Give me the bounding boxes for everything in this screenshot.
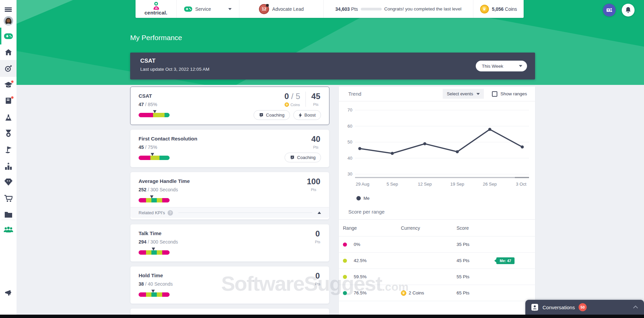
kpi-header-bar: CSAT Last update Oct 3, 2022 12:05 AM Th… (130, 53, 535, 80)
sidebar-item-leaderboard[interactable] (0, 159, 17, 173)
service-selector[interactable]: Service (177, 0, 239, 18)
range-color-dot (343, 259, 347, 263)
megaphone-icon (4, 290, 12, 296)
period-selector[interactable]: This Week (476, 61, 527, 71)
coaching-button[interactable]: Coaching (254, 110, 290, 120)
level-badge: 12 (259, 4, 269, 14)
trend-title: Trend (348, 91, 361, 97)
sidebar-item-challenges[interactable] (0, 111, 17, 124)
kpi-header-title: CSAT (140, 58, 528, 64)
svg-text:70: 70 (348, 107, 352, 113)
sidebar-item-learning[interactable] (0, 78, 17, 92)
coins-status[interactable]: ♛ 5,056 Coins (473, 0, 524, 18)
table-row[interactable]: 76.5% ♛2 Coins 65 Pts (339, 285, 535, 301)
level-message: Congrats! you completed the last level (384, 6, 462, 11)
sidebar-item-performance[interactable] (0, 62, 17, 75)
svg-text:5 Sep: 5 Sep (386, 182, 398, 187)
notification-dot (11, 80, 14, 83)
sidebar-item-announcements[interactable] (0, 286, 17, 300)
points-earned: 45 Pts (305, 92, 321, 107)
sidebar-divider (1, 220, 15, 220)
kpi-card-hold-time[interactable]: Hold Time 38 / 40 Seconds 0 Pts (130, 266, 329, 304)
kpi-value: 294 / 300 Seconds (139, 239, 321, 245)
kpi-progress-bar (139, 250, 170, 255)
kpi-progress-bar (139, 198, 170, 202)
range-color-dot (343, 275, 347, 279)
centrical-logo[interactable]: centrical. (136, 0, 177, 18)
level-status[interactable]: 12 Advocate Lead (239, 0, 324, 18)
points-earned: 0 Pts (310, 229, 321, 244)
score-per-range-title: Score per range (339, 201, 535, 220)
chevron-down-icon (476, 93, 480, 95)
notifications-button[interactable] (622, 4, 635, 17)
column-score: Score (457, 225, 469, 231)
score-range-table: Range Currency Score 0% 35 Pts 42.5% 45 … (339, 220, 535, 301)
chevron-down-icon (228, 8, 232, 10)
select-events-dropdown[interactable]: Select events (443, 89, 484, 99)
kpi-value: 252 / 300 Seconds (139, 187, 321, 192)
sidebar-item-badges[interactable] (0, 127, 17, 140)
points-status[interactable]: 34,603 Pts Congrats! you completed the l… (324, 0, 473, 18)
help-icon[interactable]: ? (168, 210, 173, 216)
teams-button[interactable] (603, 4, 616, 17)
sidebar-item-games[interactable] (0, 29, 17, 43)
show-ranges-checkbox[interactable] (492, 91, 497, 97)
table-row[interactable]: 42.5% 45 Pts Me: 47 (339, 253, 535, 269)
coins-value: 5,056 (492, 6, 504, 12)
conversations-widget[interactable]: Conversations 50 (525, 300, 644, 315)
kpi-progress-bar (139, 113, 170, 117)
sidebar-item-home[interactable] (0, 45, 17, 59)
divider (178, 213, 312, 213)
svg-text:60: 60 (348, 124, 352, 129)
kpi-card-average-handle-time[interactable]: Average Handle Time 252 / 300 Seconds 10… (130, 172, 329, 220)
points-earned: 40 Pts (306, 134, 321, 149)
svg-text:40: 40 (348, 156, 352, 161)
kpi-progress-bar (139, 292, 170, 297)
service-label: Service (195, 6, 211, 12)
column-range: Range (343, 225, 401, 231)
related-kpis-toggle[interactable]: Related KPI's ? (130, 207, 329, 218)
gamepad-icon (184, 6, 192, 12)
coin-icon: ♛ (401, 290, 406, 296)
sidebar-item-shop[interactable] (0, 192, 17, 205)
target-icon (4, 64, 12, 72)
chart-legend: Me (339, 194, 535, 201)
user-avatar[interactable] (0, 14, 17, 28)
kpi-card-first-contact-resolution[interactable]: First Contact Resolution 45 / 75% 40 Pts… (130, 129, 329, 167)
coaching-button[interactable]: Coaching (285, 153, 321, 162)
sidebar-item-gems[interactable] (0, 175, 17, 189)
conversations-icon (531, 303, 539, 311)
range-color-dot (343, 291, 347, 295)
points-earned: 0 Pts (310, 271, 321, 286)
table-row[interactable]: 0% 35 Pts (339, 236, 535, 253)
kpi-card-list: CSAT 47 / 85% 0 / 5 ♛Coins 45 Pts Coachi… (130, 87, 329, 318)
page-title: My Performance (130, 34, 182, 42)
svg-text:3 Oct: 3 Oct (516, 182, 526, 187)
kpi-card-csat[interactable]: CSAT 47 / 85% 0 / 5 ♛Coins 45 Pts Coachi… (130, 87, 329, 125)
level-progress-bar (361, 8, 382, 10)
home-icon (5, 49, 12, 56)
related-kpis-label: Related KPI's (139, 210, 165, 215)
chevron-up-icon[interactable] (633, 306, 638, 310)
sidebar-item-community[interactable] (0, 223, 17, 236)
level-name: Advocate Lead (272, 6, 303, 12)
lightning-icon (299, 113, 302, 118)
boost-button[interactable]: Boost (293, 110, 321, 120)
sidebar-item-milestones[interactable] (0, 143, 17, 157)
screen-bottom-strip (0, 315, 644, 318)
badge-accent (266, 4, 269, 7)
trend-header: Trend Select events Show ranges (339, 87, 535, 101)
points-unit: Pts (351, 6, 358, 12)
show-ranges-toggle[interactable]: Show ranges (492, 91, 527, 97)
teams-icon (606, 7, 613, 13)
kpi-name: Hold Time (139, 273, 321, 278)
table-row[interactable]: 59.5% 55 Pts (339, 269, 535, 285)
cart-icon (4, 195, 12, 202)
sidebar-item-feedback[interactable] (0, 94, 17, 107)
table-header-row: Range Currency Score (339, 220, 535, 236)
kpi-card-talk-time[interactable]: Talk Time 294 / 300 Seconds 0 Pts (130, 224, 329, 262)
sidebar-item-files[interactable] (0, 208, 17, 221)
my-score-badge: Me: 47 (496, 257, 515, 264)
legend-me-label: Me (363, 196, 370, 201)
coaching-icon (259, 113, 264, 118)
